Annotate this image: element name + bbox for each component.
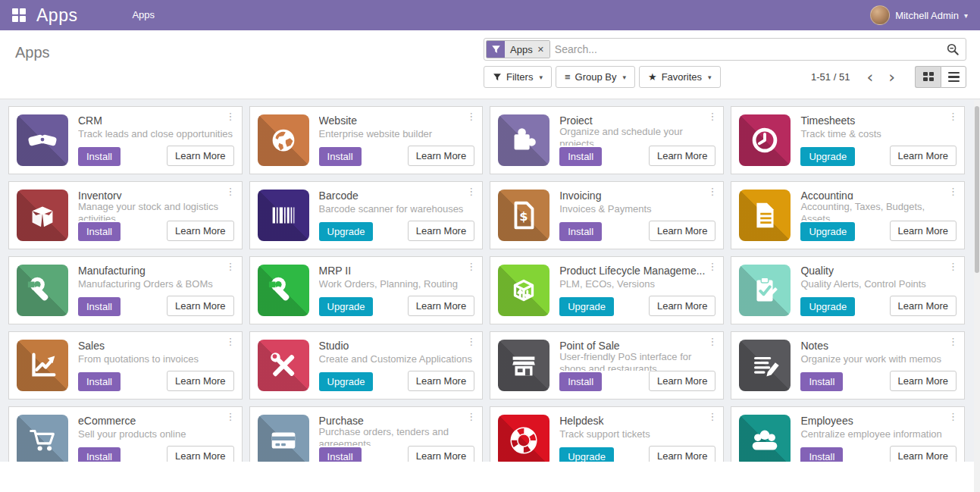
learn-more-button[interactable]: Learn More bbox=[890, 146, 957, 166]
learn-more-button[interactable]: Learn More bbox=[408, 446, 474, 462]
learn-more-button[interactable]: Learn More bbox=[167, 221, 233, 241]
favorites-dropdown[interactable]: ★ Favorites▾ bbox=[639, 66, 721, 88]
vertical-scrollbar[interactable] bbox=[974, 100, 980, 492]
kebab-menu-icon[interactable]: ⋮ bbox=[226, 187, 236, 196]
barcode-icon bbox=[258, 190, 309, 241]
user-avatar bbox=[870, 5, 890, 25]
learn-more-button[interactable]: Learn More bbox=[408, 296, 474, 316]
kebab-menu-icon[interactable]: ⋮ bbox=[948, 112, 958, 121]
kebab-menu-icon[interactable]: ⋮ bbox=[948, 262, 958, 271]
upgrade-button[interactable]: Upgrade bbox=[559, 447, 614, 462]
search-facet-apps[interactable]: Apps ✕ bbox=[486, 40, 550, 58]
learn-more-button[interactable]: Learn More bbox=[408, 146, 474, 166]
kebab-menu-icon[interactable]: ⋮ bbox=[466, 262, 476, 271]
install-button[interactable]: Install bbox=[78, 297, 121, 316]
kebab-menu-icon[interactable]: ⋮ bbox=[707, 112, 717, 121]
learn-more-button[interactable]: Learn More bbox=[649, 296, 715, 316]
app-title: Invoicing bbox=[559, 190, 715, 202]
kebab-menu-icon[interactable]: ⋮ bbox=[707, 337, 717, 346]
filter-funnel-icon bbox=[487, 41, 505, 58]
chevron-down-icon: ▾ bbox=[964, 11, 968, 20]
upgrade-button[interactable]: Upgrade bbox=[800, 147, 855, 166]
upgrade-button[interactable]: Upgrade bbox=[800, 297, 855, 316]
kebab-menu-icon[interactable]: ⋮ bbox=[466, 337, 476, 346]
install-button[interactable]: Install bbox=[78, 372, 121, 391]
app-brand-title[interactable]: Apps bbox=[36, 5, 77, 26]
app-card: Sales From quotations to invoices Instal… bbox=[8, 331, 243, 400]
scrollbar-thumb[interactable] bbox=[975, 106, 979, 273]
kebab-menu-icon[interactable]: ⋮ bbox=[707, 187, 717, 196]
app-title: Purchase bbox=[319, 415, 475, 425]
app-card: MRP II Work Orders, Planning, Routing Up… bbox=[249, 256, 484, 324]
kebab-menu-icon[interactable]: ⋮ bbox=[948, 187, 958, 196]
group-by-dropdown[interactable]: ≡ Group By▾ bbox=[556, 66, 635, 88]
list-view-button[interactable] bbox=[941, 66, 966, 88]
upgrade-button[interactable]: Upgrade bbox=[319, 372, 374, 391]
nav-menu-apps[interactable]: Apps bbox=[123, 0, 164, 30]
kebab-menu-icon[interactable]: ⋮ bbox=[226, 412, 236, 421]
learn-more-button[interactable]: Learn More bbox=[890, 296, 957, 316]
install-button[interactable]: Install bbox=[800, 447, 843, 462]
learn-more-button[interactable]: Learn More bbox=[890, 221, 957, 241]
install-button[interactable]: Install bbox=[78, 222, 121, 241]
search-bar[interactable]: Apps ✕ bbox=[484, 38, 966, 61]
app-description: Quality Alerts, Control Points bbox=[800, 278, 957, 290]
learn-more-button[interactable]: Learn More bbox=[649, 221, 715, 241]
install-button[interactable]: Install bbox=[559, 147, 602, 166]
kebab-menu-icon[interactable]: ⋮ bbox=[948, 337, 958, 346]
upgrade-button[interactable]: Upgrade bbox=[800, 222, 855, 241]
kebab-menu-icon[interactable]: ⋮ bbox=[226, 262, 236, 271]
app-card: CRM Track leads and close opportunities … bbox=[8, 106, 243, 174]
facet-remove-icon[interactable]: ✕ bbox=[537, 45, 544, 55]
breadcrumb: Apps bbox=[15, 38, 50, 92]
upgrade-button[interactable]: Upgrade bbox=[559, 297, 614, 316]
learn-more-button[interactable]: Learn More bbox=[649, 446, 715, 462]
people-icon bbox=[739, 415, 791, 462]
kebab-menu-icon[interactable]: ⋮ bbox=[707, 412, 717, 421]
learn-more-button[interactable]: Learn More bbox=[649, 371, 715, 391]
upgrade-button[interactable]: Upgrade bbox=[319, 297, 374, 316]
search-icon[interactable] bbox=[946, 42, 960, 56]
app-description: Enterprise website builder bbox=[319, 128, 475, 139]
app-card: Quality Quality Alerts, Control Points U… bbox=[731, 256, 965, 324]
apps-kanban-grid: CRM Track leads and close opportunities … bbox=[0, 99, 980, 462]
kebab-menu-icon[interactable]: ⋮ bbox=[948, 412, 958, 421]
pager-next-button[interactable]: › bbox=[882, 69, 901, 86]
kebab-menu-icon[interactable]: ⋮ bbox=[466, 187, 476, 196]
learn-more-button[interactable]: Learn More bbox=[408, 371, 474, 391]
kebab-menu-icon[interactable]: ⋮ bbox=[226, 337, 236, 346]
kebab-menu-icon[interactable]: ⋮ bbox=[226, 112, 236, 121]
learn-more-button[interactable]: Learn More bbox=[167, 296, 233, 316]
kebab-menu-icon[interactable]: ⋮ bbox=[707, 262, 717, 271]
kanban-view-button[interactable] bbox=[915, 66, 941, 88]
search-input[interactable] bbox=[555, 43, 946, 55]
app-title: Quality bbox=[800, 265, 957, 277]
user-menu[interactable]: Mitchell Admin ▾ bbox=[870, 5, 972, 25]
learn-more-button[interactable]: Learn More bbox=[408, 221, 474, 241]
learn-more-button[interactable]: Learn More bbox=[890, 371, 957, 391]
install-button[interactable]: Install bbox=[78, 447, 121, 462]
install-button[interactable]: Install bbox=[800, 372, 843, 391]
kebab-menu-icon[interactable]: ⋮ bbox=[466, 412, 476, 421]
filters-dropdown[interactable]: Filters▾ bbox=[484, 66, 552, 88]
learn-more-button[interactable]: Learn More bbox=[167, 146, 233, 166]
pager-previous-button[interactable]: ‹ bbox=[860, 69, 879, 86]
funnel-icon bbox=[493, 73, 502, 82]
credit-card-icon bbox=[258, 415, 309, 462]
app-description: Create and Customize Applications bbox=[319, 353, 475, 365]
apps-menu-icon[interactable] bbox=[12, 8, 26, 22]
app-title: Manufacturing bbox=[78, 265, 234, 277]
app-title: Sales bbox=[78, 340, 234, 352]
learn-more-button[interactable]: Learn More bbox=[167, 446, 233, 462]
learn-more-button[interactable]: Learn More bbox=[167, 371, 233, 391]
install-button[interactable]: Install bbox=[559, 372, 602, 391]
learn-more-button[interactable]: Learn More bbox=[649, 146, 715, 166]
view-switcher bbox=[915, 66, 966, 88]
install-button[interactable]: Install bbox=[78, 147, 121, 166]
kebab-menu-icon[interactable]: ⋮ bbox=[466, 112, 476, 121]
learn-more-button[interactable]: Learn More bbox=[890, 446, 957, 462]
install-button[interactable]: Install bbox=[319, 447, 362, 462]
install-button[interactable]: Install bbox=[559, 222, 602, 241]
upgrade-button[interactable]: Upgrade bbox=[319, 222, 374, 241]
install-button[interactable]: Install bbox=[319, 147, 362, 166]
